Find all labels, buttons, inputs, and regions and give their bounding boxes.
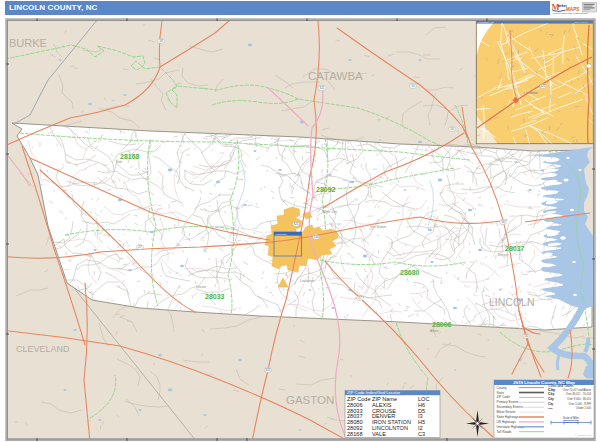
svg-text:BURKE: BURKE (9, 37, 47, 49)
svg-text:27: 27 (358, 296, 362, 300)
svg-text:28680: 28680 (400, 269, 420, 276)
svg-text:Crouse: Crouse (196, 285, 207, 289)
svg-text:18: 18 (159, 39, 163, 43)
svg-text:Lincolnton, NC: Lincolnton, NC (478, 21, 494, 24)
svg-text:City: City (548, 402, 554, 406)
svg-text:City: City (548, 407, 553, 410)
svg-text:ZIP Code Index/Grid Locator: ZIP Code Index/Grid Locator (347, 390, 401, 395)
svg-text:Primary Streets: Primary Streets (497, 400, 519, 404)
svg-text:Over 70,017 and Above: Over 70,017 and Above (563, 388, 592, 392)
svg-text:City: City (548, 397, 554, 401)
svg-text:CATAWBA: CATAWBA (308, 70, 363, 82)
svg-text:10: 10 (411, 84, 415, 88)
svg-text:VALE: VALE (372, 431, 386, 437)
svg-text:Vale: Vale (116, 160, 122, 164)
svg-text:Alexis: Alexis (430, 329, 439, 333)
svg-text:State Highways: State Highways (497, 415, 520, 419)
svg-text:27: 27 (138, 245, 142, 249)
svg-text:CLEVELAND: CLEVELAND (16, 344, 70, 354)
svg-text:Boger City: Boger City (322, 210, 337, 214)
svg-text:321: 321 (265, 368, 270, 372)
svg-text:28037: 28037 (505, 245, 525, 252)
svg-text:State: State (497, 391, 505, 395)
svg-text:ZIP Code: ZIP Code (497, 395, 511, 399)
svg-text:Scale 1:24000: Scale 1:24000 (574, 21, 589, 23)
svg-text:Lincolnton: Lincolnton (524, 91, 538, 95)
svg-text:Over 9,000 - 36,010: Over 9,000 - 36,010 (567, 397, 591, 401)
svg-text:28168: 28168 (347, 431, 363, 437)
svg-text:Under 1,000: Under 1,000 (576, 406, 591, 410)
svg-text:150: 150 (313, 235, 318, 239)
svg-text:28006: 28006 (432, 321, 452, 328)
svg-text:City: City (548, 388, 556, 392)
svg-text:County: County (497, 386, 508, 390)
svg-text:28168: 28168 (120, 153, 140, 160)
svg-text:US Highways: US Highways (497, 420, 517, 424)
svg-text:Over 1,000 - 8,999: Over 1,000 - 8,999 (569, 402, 592, 406)
svg-text:321: 321 (319, 86, 324, 90)
svg-text:321: 321 (540, 84, 545, 88)
svg-text:Minor Streets: Minor Streets (497, 410, 516, 414)
svg-text:GASTON: GASTON (286, 394, 334, 406)
svg-text:28033: 28033 (205, 293, 225, 300)
svg-text:City: City (548, 392, 554, 396)
svg-text:LINCOLN: LINCOLN (489, 296, 535, 308)
svg-text:16: 16 (501, 220, 505, 224)
svg-text:Lincolnton: Lincolnton (300, 279, 315, 283)
svg-text:© MarketMAPS: © MarketMAPS (574, 434, 591, 437)
svg-text:Scale of Miles: Scale of Miles (563, 416, 580, 420)
svg-text:C3: C3 (418, 431, 425, 437)
svg-text:Lincolnton: Lincolnton (276, 233, 288, 236)
svg-text:Over 36,011 - 70,016: Over 36,011 - 70,016 (566, 392, 592, 396)
svg-text:Toll Roads: Toll Roads (497, 430, 512, 434)
svg-text:16: 16 (524, 334, 528, 338)
svg-text:16: 16 (450, 127, 454, 131)
svg-text:321: 321 (293, 222, 298, 226)
svg-text:Iron Station: Iron Station (370, 225, 387, 229)
svg-text:Denver: Denver (498, 253, 509, 257)
svg-text:28092: 28092 (316, 186, 336, 193)
